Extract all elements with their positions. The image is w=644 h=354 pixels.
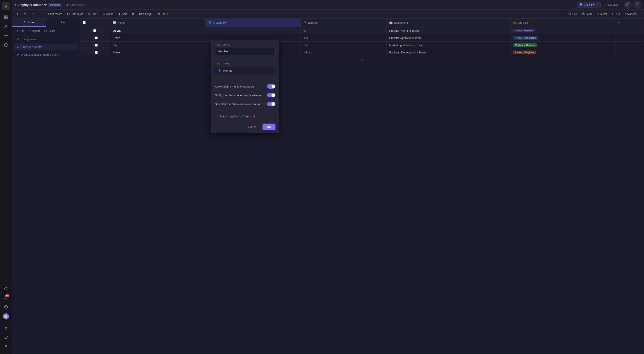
sidebar-automation-btn[interactable] xyxy=(2,32,10,40)
row-height-btn[interactable]: 12 Row height xyxy=(129,12,154,17)
find-btn[interactable]: Find xyxy=(566,12,579,17)
table-name: Employee Roster xyxy=(18,3,42,7)
share-label: Share xyxy=(161,13,168,16)
ok-button[interactable]: OK xyxy=(262,124,276,130)
svg-rect-2 xyxy=(6,18,7,19)
nav-item-configuration[interactable]: # Configuration xyxy=(14,36,78,43)
row-height-num: 12 xyxy=(135,13,138,16)
svg-point-32 xyxy=(158,14,158,14)
redo-btn[interactable] xyxy=(30,12,37,17)
svg-rect-1 xyxy=(6,16,7,17)
tab-explorer[interactable]: Explorer xyxy=(12,19,46,27)
import-label: Import xyxy=(32,30,40,33)
field-type-inner: 👤 Member xyxy=(218,69,234,72)
collapse-btn[interactable] xyxy=(14,12,21,17)
new-view-btn[interactable]: + New view xyxy=(602,3,620,7)
sidebar-refresh-btn[interactable] xyxy=(2,333,10,341)
nav-item-employee-roster-label: Employee Roster xyxy=(20,45,42,49)
group-label: Group xyxy=(106,13,113,16)
sidebar-search-btn[interactable] xyxy=(2,285,10,293)
hide-fields-btn[interactable]: Hide fields xyxy=(65,12,85,17)
nav-item-org-structure-label: Organizational Structure Man... xyxy=(20,53,60,56)
nav-item-employee-roster[interactable]: # Employee Roster xyxy=(14,44,78,50)
app-logo[interactable]: ⚡ xyxy=(2,2,10,10)
sort-btn[interactable]: Sort xyxy=(116,12,129,17)
sidebar-trash-btn[interactable] xyxy=(2,324,10,332)
svg-rect-15 xyxy=(580,5,581,6)
sidebar-user-btn[interactable]: 😊 xyxy=(2,312,10,320)
advanced-btn[interactable]: Advanced xyxy=(623,12,642,17)
grid-view-btn[interactable]: Grid view xyxy=(577,2,600,8)
toggle-watch-label: Selected members auto-watch record xyxy=(215,102,262,106)
top-right-icon2[interactable] xyxy=(634,1,641,9)
filter-btn[interactable]: Filter xyxy=(86,12,100,17)
view-label: Grid view xyxy=(584,3,594,6)
add-label: Add xyxy=(20,30,24,33)
folder-btn[interactable]: Folder xyxy=(42,29,57,33)
sidebar-contacts-btn[interactable] xyxy=(2,23,10,30)
title-hash-icon: # xyxy=(14,3,16,7)
svg-rect-13 xyxy=(581,4,582,5)
field-type-section: Field type 👤 Member › xyxy=(211,59,279,79)
top-bar: # Employee Roster ☆ Manager Add a descri… xyxy=(12,0,644,10)
nav-actions: Add Import Folder xyxy=(12,27,80,35)
insert-record-btn[interactable]: Insert record xyxy=(42,12,64,17)
mirror-btn[interactable]: Mirror xyxy=(594,12,609,17)
watch-help-icon[interactable]: ❓ xyxy=(264,102,267,106)
table-title: # Employee Roster ☆ Manager xyxy=(14,3,62,7)
new-view-label: + New view xyxy=(604,3,618,6)
field-editor-popup: Field name Field type 👤 Member xyxy=(211,40,279,133)
description-text[interactable]: Add a description xyxy=(64,3,85,6)
required-help-icon[interactable]: ❓ xyxy=(253,115,256,118)
toggle-notify-switch[interactable] xyxy=(267,93,276,97)
svg-line-34 xyxy=(158,14,159,15)
body-area: Explorer Pin Add Import xyxy=(12,19,644,354)
tab-pin[interactable]: Pin xyxy=(46,19,80,27)
field-name-section: Field name xyxy=(211,40,279,59)
nav-item-org-structure[interactable]: # Organizational Structure Man... xyxy=(14,51,78,58)
toggle-auto-watch: Selected members auto-watch record ❓ xyxy=(215,100,276,108)
field-name-input[interactable] xyxy=(215,48,276,55)
svg-marker-23 xyxy=(88,13,90,15)
icon-sidebar: ⚡ 99+ 😊 xyxy=(0,0,12,354)
sidebar-help-btn[interactable] xyxy=(2,303,10,311)
sidebar-add-user-btn[interactable] xyxy=(2,342,10,350)
field-name-label: Field name xyxy=(215,43,276,46)
toggle-notify-members: Notify members once they're selected xyxy=(215,91,276,100)
required-checkbox-label[interactable]: Set as required on forms ❓ xyxy=(215,115,256,118)
field-type-label: Field type xyxy=(215,62,276,65)
sidebar-security-btn[interactable] xyxy=(2,41,10,49)
api-btn[interactable]: API xyxy=(610,12,622,17)
toggle-multiple-label: Allow adding multiple members xyxy=(215,85,254,88)
share-btn[interactable]: Share xyxy=(155,12,170,17)
group-btn[interactable]: Group xyxy=(100,12,116,17)
form-btn[interactable]: Form xyxy=(580,12,594,17)
svg-rect-12 xyxy=(580,4,581,5)
toggle-multiple-switch[interactable] xyxy=(267,84,276,89)
roster-hash-icon: # xyxy=(17,45,19,49)
undo-btn[interactable] xyxy=(22,12,29,17)
required-checkbox[interactable] xyxy=(215,115,218,118)
popup-actions: Cancel OK xyxy=(211,121,279,133)
svg-rect-14 xyxy=(581,5,582,6)
sidebar-notifications-btn[interactable]: 99+ xyxy=(2,294,10,302)
config-hash-icon: # xyxy=(17,38,19,41)
required-label: Set as required on forms xyxy=(220,115,251,118)
toggle-watch-switch[interactable] xyxy=(267,102,276,106)
top-right-icon1[interactable] xyxy=(624,1,632,9)
cancel-button[interactable]: Cancel xyxy=(245,124,260,130)
field-type-icon: 👤 xyxy=(218,69,221,72)
svg-point-5 xyxy=(5,35,6,36)
form-label: Form xyxy=(586,13,592,16)
svg-point-18 xyxy=(598,5,598,5)
import-btn[interactable]: Import xyxy=(27,29,42,33)
notification-badge: 99+ xyxy=(5,294,10,297)
svg-rect-3 xyxy=(4,18,6,19)
manager-badge: Manager xyxy=(48,3,62,7)
org-hash-icon: # xyxy=(17,53,19,56)
add-btn[interactable]: Add xyxy=(14,29,26,33)
svg-point-36 xyxy=(568,13,570,15)
field-type-selector[interactable]: 👤 Member › xyxy=(215,67,276,75)
star-icon[interactable]: ☆ xyxy=(44,3,47,7)
sidebar-home-btn[interactable] xyxy=(2,13,10,21)
